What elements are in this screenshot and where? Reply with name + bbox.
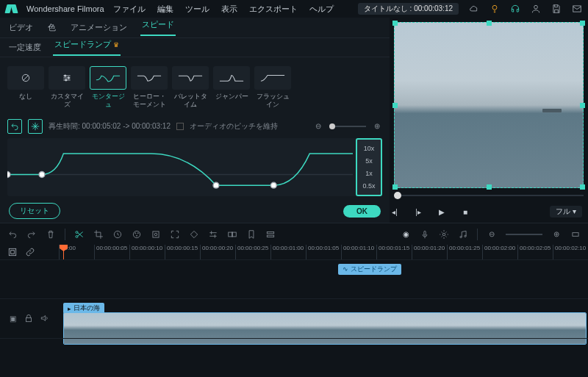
crop-icon[interactable] <box>93 229 104 240</box>
group-icon[interactable] <box>227 229 237 240</box>
menu-edit[interactable]: 編集 <box>157 4 173 15</box>
expand-icon[interactable] <box>170 229 180 240</box>
subtab-ramp[interactable]: スピードランプ ♛ <box>53 39 121 56</box>
track-head-empty <box>0 259 59 298</box>
preview-scrubber[interactable] <box>394 190 584 201</box>
svg-point-6 <box>65 79 67 81</box>
preset-hero[interactable]: ヒーロー・モーメント <box>131 66 168 109</box>
insert-track-icon[interactable] <box>7 247 18 257</box>
app-logo-icon <box>6 3 18 15</box>
freeze-frame-icon[interactable] <box>28 119 43 134</box>
stop-icon[interactable]: ■ <box>460 207 470 217</box>
tab-speed[interactable]: スピード <box>140 19 176 36</box>
svg-point-18 <box>136 235 137 236</box>
tl-zoom-in-icon[interactable]: ⊕ <box>551 229 562 240</box>
svg-point-20 <box>154 233 157 236</box>
idea-icon[interactable] <box>490 4 500 14</box>
effect-tabs: ビデオ 色 アニメーション スピード <box>0 18 390 38</box>
greenscreen-icon[interactable] <box>151 229 161 240</box>
title-bar: Wondershare Filmora ファイル 編集 ツール 表示 エクスポー… <box>0 0 588 18</box>
ok-button[interactable]: OK <box>343 205 381 218</box>
lock-icon[interactable] <box>24 313 34 323</box>
redo-icon[interactable] <box>26 229 37 240</box>
mute-icon[interactable] <box>40 313 50 323</box>
undo-keyframe-icon[interactable] <box>7 119 22 134</box>
svg-point-10 <box>213 182 219 188</box>
duration-label: 再生時間: 00:00:05:02 -> 00:00:03:12 <box>49 121 171 132</box>
preset-bullet[interactable]: バレットタイム <box>172 66 209 109</box>
record-icon[interactable]: ◉ <box>401 229 411 240</box>
tab-animation[interactable]: アニメーション <box>69 22 129 33</box>
account-icon[interactable] <box>531 4 541 14</box>
zoom-in-icon[interactable]: ⊕ <box>372 121 382 132</box>
svg-rect-19 <box>153 231 159 237</box>
playhead[interactable] <box>63 245 64 259</box>
mixer-icon[interactable] <box>439 229 449 240</box>
speed-subtabs: 一定速度 スピードランプ ♛ <box>0 38 390 57</box>
preset-row: なし カスタマイズ モンタージュ ヒーロー・モーメント バレットタイム ジャンパ… <box>0 57 390 118</box>
speed-curve-editor[interactable]: 10x5x1x0.5x <box>7 138 382 196</box>
track-row-3[interactable] <box>59 338 588 377</box>
pitch-label: オーディオのピッチを維持 <box>190 121 278 132</box>
voiceover-icon[interactable] <box>420 229 430 240</box>
tab-video[interactable]: ビデオ <box>7 22 35 33</box>
preset-flashin[interactable]: フラッシュイン <box>254 66 291 109</box>
support-icon[interactable] <box>510 4 520 14</box>
speed-scale: 10x5x1x0.5x <box>356 138 382 196</box>
marker-icon[interactable] <box>246 229 257 240</box>
delete-icon[interactable] <box>46 229 56 240</box>
preset-jumper[interactable]: ジャンパー <box>213 66 250 109</box>
svg-point-17 <box>137 232 138 233</box>
menu-tools[interactable]: ツール <box>185 4 209 15</box>
prev-frame-icon[interactable]: ◂| <box>390 207 400 217</box>
menu-view[interactable]: 表示 <box>221 4 237 15</box>
color-icon[interactable] <box>132 229 142 240</box>
track-head-audio <box>0 338 59 377</box>
split-icon[interactable] <box>74 229 85 240</box>
svg-point-4 <box>65 75 66 76</box>
preview-viewport[interactable] <box>394 22 584 188</box>
visible-icon[interactable]: ▣ <box>7 313 18 323</box>
tab-color[interactable]: 色 <box>46 22 57 33</box>
save-icon[interactable] <box>551 4 562 14</box>
svg-rect-32 <box>26 318 32 322</box>
undo-icon[interactable] <box>7 229 18 240</box>
preview-panel: ◂| |▸ ▶ ■ フル ▾ <box>390 18 588 223</box>
link-icon[interactable] <box>25 247 35 257</box>
mail-icon[interactable] <box>572 4 582 14</box>
menu-file[interactable]: ファイル <box>113 4 146 15</box>
keyframe-icon[interactable] <box>189 229 199 240</box>
subtab-uniform[interactable]: 一定速度 <box>7 42 43 53</box>
track-row-video[interactable]: ▸ 日本の海 <box>59 298 588 337</box>
menu-help[interactable]: ヘルプ <box>309 4 334 15</box>
track-icon[interactable] <box>265 229 276 240</box>
tl-zoom-out-icon[interactable]: ⊖ <box>487 229 497 240</box>
tl-fit-icon[interactable] <box>570 229 581 240</box>
speed-icon[interactable] <box>112 229 123 240</box>
speed-panel: ビデオ 色 アニメーション スピード 一定速度 スピードランプ ♛ なし カスタ… <box>0 18 390 223</box>
preset-none[interactable]: なし <box>7 66 44 109</box>
svg-rect-2 <box>573 6 581 12</box>
menu-export[interactable]: エクスポート <box>249 4 298 15</box>
svg-rect-31 <box>11 251 15 254</box>
svg-rect-25 <box>424 231 426 235</box>
svg-point-0 <box>492 5 497 10</box>
project-title: タイトルなし : 00:00:03:12 <box>358 3 459 15</box>
next-frame-icon[interactable]: |▸ <box>413 207 423 217</box>
zoom-out-icon[interactable]: ⊖ <box>313 121 323 132</box>
adjust-icon[interactable] <box>208 229 218 240</box>
track-row-1[interactable]: ∿ スピードランプ <box>59 259 588 298</box>
play-icon[interactable]: ▶ <box>437 207 447 217</box>
quality-dropdown[interactable]: フル ▾ <box>550 206 582 218</box>
cloud-icon[interactable] <box>469 4 479 14</box>
crown-icon: ♛ <box>113 41 119 49</box>
zoom-slider[interactable] <box>329 126 366 127</box>
pitch-checkbox[interactable] <box>176 123 184 130</box>
audio-icon[interactable] <box>458 229 468 240</box>
tl-zoom-slider[interactable] <box>506 234 542 235</box>
time-ruler[interactable]: 00:0000:00:00:0500:00:00:1000:00:00:1500… <box>59 245 588 259</box>
svg-point-27 <box>460 236 462 237</box>
preset-montage[interactable]: モンタージュ <box>90 66 126 109</box>
preset-custom[interactable]: カスタマイズ <box>49 66 85 109</box>
reset-button[interactable]: リセット <box>9 203 60 219</box>
